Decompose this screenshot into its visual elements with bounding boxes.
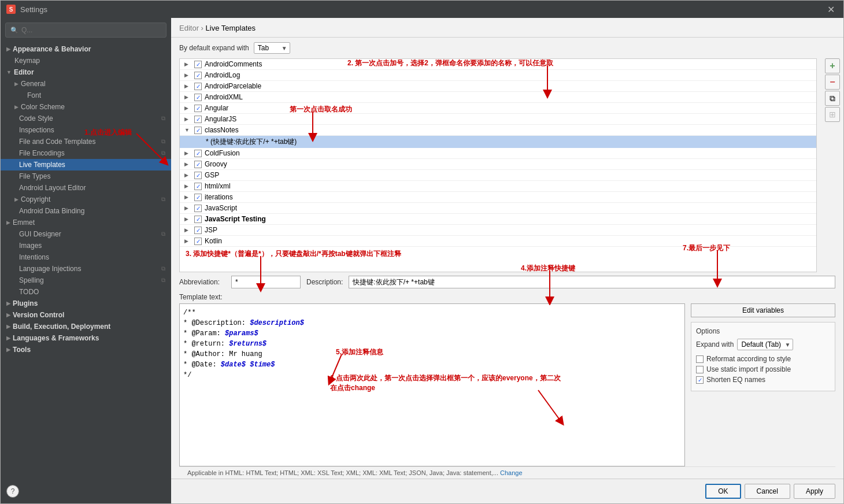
sidebar-item-spelling[interactable]: Spelling ⧉ (1, 275, 171, 286)
breadcrumb-current: Live Templates (206, 24, 256, 32)
checkbox-kotlin[interactable] (194, 238, 202, 245)
template-row-groovy[interactable]: ▶ Groovy (180, 159, 816, 170)
sidebar-item-label: Code Style (19, 114, 53, 123)
expand-arrow: ▶ (184, 227, 191, 233)
copy-icon: ⧉ (161, 265, 165, 272)
sidebar-item-file-encodings[interactable]: File Encodings ⧉ (1, 147, 171, 159)
template-row-android-comments[interactable]: ▶ AndroidComments (180, 59, 816, 70)
checkbox-javascript-testing[interactable] (194, 216, 202, 223)
sidebar-nav: ▶ Appearance & Behavior Keymap ▼ Editor … (1, 42, 171, 503)
sidebar-item-version-control[interactable]: ▶ Version Control (1, 309, 171, 321)
sidebar-item-intentions[interactable]: Intentions (1, 251, 171, 263)
sidebar-item-general[interactable]: ▶ General (1, 78, 171, 90)
sidebar-item-appearance[interactable]: ▶ Appearance & Behavior (1, 43, 171, 55)
sidebar-item-color-scheme[interactable]: ▶ Color Scheme (1, 101, 171, 113)
copy-template-button[interactable]: ⧉ (825, 91, 840, 106)
template-row-coldfusion[interactable]: ▶ ColdFusion (180, 148, 816, 159)
abbreviation-input[interactable] (231, 276, 301, 288)
sidebar-item-label: Tools (13, 346, 31, 354)
template-row-class-notes[interactable]: ▼ classNotes (180, 125, 816, 136)
template-row-kotlin[interactable]: ▶ Kotlin (180, 236, 816, 247)
sidebar-item-code-style[interactable]: Code Style ⧉ (1, 113, 171, 124)
code-line-3: * @Param: $params$ (183, 328, 681, 339)
checkbox-html-xml[interactable] (194, 183, 202, 190)
sidebar-item-editor[interactable]: ▼ Editor (1, 66, 171, 78)
expand-with-options-select[interactable]: Default (Tab) Tab Enter Space (737, 339, 793, 350)
sidebar-item-copyright[interactable]: ▶ Copyright ⧉ (1, 194, 171, 205)
close-button[interactable]: ✕ (824, 4, 838, 15)
checkbox-groovy[interactable] (194, 161, 202, 168)
sidebar-item-keymap[interactable]: Keymap (1, 55, 171, 66)
sidebar-item-plugins[interactable]: ▶ Plugins (1, 298, 171, 309)
sidebar-item-emmet[interactable]: ▶ Emmet (1, 217, 171, 228)
checkbox-jsp[interactable] (194, 227, 202, 234)
template-row-javascript-testing[interactable]: ▶ JavaScript Testing (180, 214, 816, 225)
checkbox-angular[interactable] (194, 105, 202, 112)
sidebar-item-tools[interactable]: ▶ Tools (1, 344, 171, 355)
code-editor[interactable]: /** * @Description: $description$ * @Par… (179, 303, 685, 466)
change-link[interactable]: Change (500, 469, 523, 476)
template-row-angularjs[interactable]: ▶ AngularJS (180, 114, 816, 125)
template-row-javascript[interactable]: ▶ JavaScript (180, 203, 816, 214)
checkbox-javascript[interactable] (194, 205, 202, 212)
edit-variables-button[interactable]: Edit variables (691, 303, 835, 317)
ok-button[interactable]: OK (705, 484, 741, 499)
sidebar-item-images[interactable]: Images (1, 240, 171, 251)
checkbox-class-notes[interactable] (194, 127, 202, 134)
shorten-eq-checkbox[interactable] (696, 376, 704, 384)
description-input[interactable] (349, 276, 835, 288)
template-row-gsp[interactable]: ▶ GSP (180, 170, 816, 181)
template-text-area: /** * @Description: $description$ * @Par… (179, 303, 835, 466)
checkbox-android-comments[interactable] (194, 61, 202, 68)
sidebar-item-todo[interactable]: TODO (1, 286, 171, 298)
expand-arrow: ▶ (184, 216, 191, 222)
template-row-android-parcelable[interactable]: ▶ AndroidParcelable (180, 81, 816, 92)
sidebar-item-font[interactable]: Font (1, 90, 171, 101)
checkbox-coldfusion[interactable] (194, 150, 202, 157)
abbrev-desc-row: Abbreviation: Description: (179, 272, 835, 292)
sidebar-item-android-data-binding[interactable]: Android Data Binding (1, 205, 171, 217)
checkbox-android-xml[interactable] (194, 94, 202, 101)
sidebar-item-android-layout-editor[interactable]: Android Layout Editor (1, 182, 171, 194)
sidebar-item-inspections[interactable]: Inspections (1, 124, 171, 136)
checkbox-gsp[interactable] (194, 172, 202, 179)
expand-arrow: ▶ (184, 183, 191, 189)
dialog-buttons: OK Cancel Apply (171, 479, 843, 503)
help-button[interactable]: ? (6, 485, 19, 498)
template-row-angular[interactable]: ▶ Angular (180, 103, 816, 114)
expand-arrow: ▶ (184, 61, 191, 67)
sidebar-item-live-templates[interactable]: Live Templates (1, 159, 171, 171)
static-import-checkbox[interactable] (696, 366, 704, 373)
apply-button[interactable]: Apply (794, 484, 835, 499)
sidebar-item-build-execution[interactable]: ▶ Build, Execution, Deployment (1, 321, 171, 332)
checkbox-iterations[interactable] (194, 194, 202, 201)
add-template-button[interactable]: + (825, 58, 840, 73)
checkbox-android-log[interactable] (194, 72, 202, 79)
search-input[interactable] (21, 26, 161, 34)
template-row-html-xml[interactable]: ▶ html/xml (180, 181, 816, 192)
template-row-iterations[interactable]: ▶ iterations (180, 192, 816, 203)
expand-with-select[interactable]: Tab Enter Space (254, 42, 290, 54)
code-line-1: /** (183, 307, 681, 318)
sidebar-item-file-code-templates[interactable]: File and Code Templates ⧉ (1, 136, 171, 147)
window-title: Settings (20, 5, 47, 14)
checkbox-android-parcelable[interactable] (194, 83, 202, 90)
template-name: AndroidLog (205, 71, 240, 79)
remove-template-button[interactable]: − (825, 75, 840, 90)
copy-icon: ⧉ (161, 277, 165, 284)
template-row-android-log[interactable]: ▶ AndroidLog (180, 70, 816, 81)
sidebar-item-languages-frameworks[interactable]: ▶ Languages & Frameworks (1, 332, 171, 344)
template-name: Angular (205, 104, 228, 112)
move-template-button[interactable]: ⊞ (825, 107, 840, 122)
template-row-android-xml[interactable]: ▶ AndroidXML (180, 92, 816, 103)
template-subrow-star[interactable]: * (快捷键:依此按下/+ *+tab键) (180, 136, 816, 148)
reformat-checkbox[interactable] (696, 355, 704, 363)
checkbox-angularjs[interactable] (194, 116, 202, 123)
sidebar-item-gui-designer[interactable]: GUI Designer ⧉ (1, 228, 171, 240)
template-row-jsp[interactable]: ▶ JSP (180, 225, 816, 236)
sidebar-item-language-injections[interactable]: Language Injections ⧉ (1, 263, 171, 275)
search-box[interactable]: 🔍 (5, 23, 166, 38)
title-bar-left: S Settings (6, 5, 47, 14)
sidebar-item-file-types[interactable]: File Types (1, 171, 171, 182)
cancel-button[interactable]: Cancel (745, 484, 790, 499)
